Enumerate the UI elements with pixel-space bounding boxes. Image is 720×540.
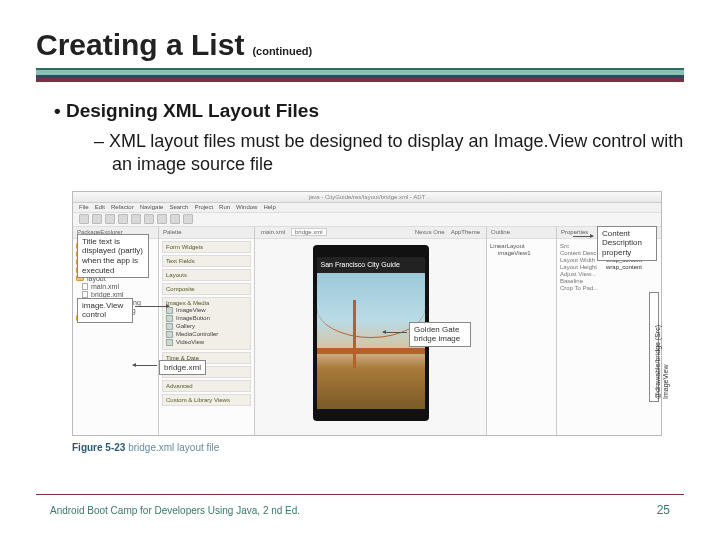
app-bar: San Francisco City Guide — [317, 257, 425, 273]
title-row: Creating a List (continued) — [36, 28, 684, 62]
title-rules — [36, 68, 684, 82]
footer-rule — [36, 494, 684, 495]
slide-title: Creating a List — [36, 28, 244, 62]
panel-header: Outline — [487, 227, 556, 239]
palette-item[interactable]: ImageButton — [166, 315, 247, 322]
toolbar-icon[interactable] — [105, 214, 115, 224]
ide-toolbar — [73, 213, 661, 227]
figure-caption: Figure 5-23 bridge.xml layout file — [72, 442, 684, 453]
menu-item[interactable]: Refactor — [111, 204, 134, 210]
ide-body: PackageExplorer drawable-hdpi drawable-l… — [73, 227, 661, 435]
arrow-icon — [383, 332, 407, 333]
editor-tab[interactable]: bridge.xml — [291, 228, 327, 236]
figure-label: Figure 5-23 — [72, 442, 125, 453]
menu-item[interactable]: Search — [169, 204, 188, 210]
property-row[interactable]: Layout Heightwrap_content — [560, 264, 658, 270]
palette-group[interactable]: Composite — [162, 283, 251, 295]
outline-item[interactable]: imageView1 — [498, 250, 553, 256]
arrow-icon — [135, 306, 169, 307]
palette-group[interactable]: Form Widgets — [162, 241, 251, 253]
app-title: San Francisco City Guide — [321, 261, 400, 268]
widget-icon — [166, 307, 173, 314]
theme-dropdown[interactable]: AppTheme — [451, 229, 480, 235]
canvas-tabs: main.xml bridge.xml Nexus One AppTheme — [255, 227, 486, 239]
callout-imageview: image.View control — [77, 298, 133, 323]
toolbar-icon[interactable] — [79, 214, 89, 224]
outline-panel: Outline LinearLayout imageView1 — [487, 227, 557, 435]
callout-content-desc: Content Description property — [597, 226, 657, 261]
device-dropdown[interactable]: Nexus One — [415, 229, 445, 235]
menu-item[interactable]: Edit — [95, 204, 105, 210]
bullet-level-1: Designing XML Layout Files — [54, 100, 684, 122]
bullet-level-2: XML layout files must be designed to dis… — [94, 130, 684, 177]
file-icon — [82, 283, 88, 290]
toolbar-icon[interactable] — [131, 214, 141, 224]
continued-label: (continued) — [252, 45, 312, 57]
palette-group-label: Images & Media — [166, 300, 247, 306]
widget-icon — [166, 323, 173, 330]
menu-item[interactable]: Project — [194, 204, 213, 210]
palette-item[interactable]: Gallery — [166, 323, 247, 330]
toolbar-icon[interactable] — [183, 214, 193, 224]
file-icon — [82, 291, 88, 298]
tree-label: bridge.xml — [91, 291, 123, 298]
toolbar-icon[interactable] — [170, 214, 180, 224]
callout-title-text: Title text is displayed (partly) when th… — [77, 234, 149, 278]
menu-item[interactable]: Help — [263, 204, 275, 210]
arrow-icon — [133, 365, 157, 366]
widget-icon — [166, 331, 173, 338]
widget-icon — [166, 339, 173, 346]
palette-group[interactable]: Layouts — [162, 269, 251, 281]
slide: Creating a List (continued) Designing XM… — [0, 0, 720, 540]
tree-label: main.xml — [91, 283, 119, 290]
panel-header: Palette — [159, 227, 254, 239]
arrow-icon — [573, 236, 593, 237]
properties-body: Src@drawable/bri... Content Desc...@stri… — [557, 239, 661, 435]
ide-window-titlebar: java - CityGuide/res/layout/bridge.xml -… — [73, 192, 661, 203]
toolbar-icon[interactable] — [92, 214, 102, 224]
palette-group[interactable]: Text Fields — [162, 255, 251, 267]
property-row[interactable]: Adjust View... — [560, 271, 658, 277]
menu-item[interactable]: Run — [219, 204, 230, 210]
page-number: 25 — [657, 503, 670, 517]
toolbar-icon[interactable] — [118, 214, 128, 224]
menu-item[interactable]: File — [79, 204, 89, 210]
callout-bridge-xml: bridge.xml — [159, 360, 206, 376]
footer-text: Android Boot Camp for Developers Using J… — [50, 505, 300, 516]
property-row[interactable]: Crop To Pad... — [560, 285, 658, 291]
palette-group[interactable]: Custom & Library Views — [162, 394, 251, 406]
editor-tab[interactable]: main.xml — [261, 229, 285, 235]
property-row[interactable]: Baseline — [560, 278, 658, 284]
menu-item[interactable]: Navigate — [140, 204, 164, 210]
ide-menubar: File Edit Refactor Navigate Search Proje… — [73, 203, 661, 213]
palette-item[interactable]: MediaController — [166, 331, 247, 338]
toolbar-icon[interactable] — [144, 214, 154, 224]
ide-screenshot: java - CityGuide/res/layout/bridge.xml -… — [72, 191, 662, 436]
figure-text: bridge.xml layout file — [128, 442, 219, 453]
content: Designing XML Layout Files XML layout fi… — [36, 100, 684, 177]
palette-group[interactable]: Images & Media ImageView ImageButton Gal… — [162, 297, 251, 350]
palette-item[interactable]: VideoView — [166, 339, 247, 346]
callout-vertical-path: @drawable/bridge (Src) ImageView — [649, 292, 659, 402]
palette-panel: Palette Form Widgets Text Fields Layouts… — [159, 227, 255, 435]
outline-item[interactable]: LinearLayout — [490, 243, 553, 249]
toolbar-icon[interactable] — [157, 214, 167, 224]
palette-group[interactable]: Advanced — [162, 380, 251, 392]
menu-item[interactable]: Window — [236, 204, 257, 210]
callout-bridge-image: Golden Gate bridge image — [409, 322, 471, 347]
widget-icon — [166, 315, 173, 322]
palette-item[interactable]: ImageView — [166, 307, 247, 314]
